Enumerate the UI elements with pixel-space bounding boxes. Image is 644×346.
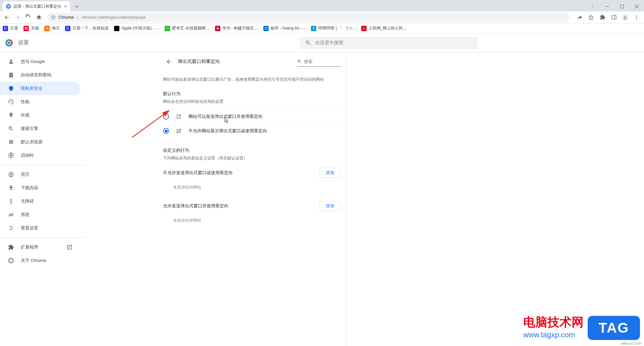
sidebar-icon	[8, 152, 14, 158]
svg-point-7	[625, 16, 626, 17]
panel-search-input[interactable]	[304, 59, 341, 64]
window-close-icon[interactable]	[629, 1, 644, 11]
settings-search-box[interactable]: 在设置中搜索	[300, 37, 478, 49]
sidebar-icon	[8, 225, 14, 231]
sidebar-icon	[8, 139, 14, 145]
bookmark-favicon: 淘	[44, 26, 50, 31]
sidebar-item-label: 性能	[21, 99, 30, 105]
panel-description: 网站可能会发送弹出式窗口以展示广告，或者使用重定向将您引导至您可能不想访问的网站	[163, 76, 341, 83]
sidebar-item[interactable]: 性能	[0, 95, 80, 109]
radio-allow-label: 网站可以发送弹出式窗口并使用重定向	[189, 114, 263, 120]
bookmark-label: 淘宝	[52, 25, 60, 31]
tab-title: 设置 - 弹出式窗口和重定向	[13, 4, 61, 9]
sidebar-item-label: 搜索引擎	[21, 126, 38, 132]
nav-reload-button[interactable]	[23, 13, 33, 22]
sidepanel-icon[interactable]	[608, 13, 619, 22]
sidebar-item[interactable]: 自动填充和密码	[0, 68, 80, 82]
extensions-icon[interactable]	[597, 13, 608, 22]
bookmark-item[interactable]: ❀华为 - 构建万物互…	[215, 25, 258, 31]
tab-close-icon[interactable]: ×	[64, 4, 67, 9]
bookmark-item[interactable]: 百百度	[3, 25, 18, 31]
sidebar-item-label: 关于 Chrome	[21, 258, 46, 264]
sidebar-item[interactable]: 重置设置	[0, 221, 80, 235]
popup-allowed-icon	[176, 114, 182, 120]
sidebar-item[interactable]: 关于 Chrome	[0, 254, 80, 267]
add-blocked-site-button[interactable]: 添加	[319, 168, 341, 178]
sidebar-item-label: 外观	[21, 112, 30, 118]
custom-behavior-sub: 下列网站采用的是自定义设置（而非默认设置）	[163, 155, 341, 161]
bookmark-favicon: 百	[65, 26, 70, 31]
bookmark-item[interactable]: 淘淘宝	[44, 25, 60, 31]
settings-main: 弹出式窗口和重定向 网站可能会发送弹出式窗口以展示广告，或者使用重定向将您引导至…	[86, 52, 644, 346]
browser-toolbar: Chrome | chrome://settings/content/popup…	[0, 11, 644, 23]
add-allowed-site-button[interactable]: 添加	[319, 201, 341, 211]
popups-panel: 弹出式窗口和重定向 网站可能会发送弹出式窗口以展示广告，或者使用重定向将您引导至…	[163, 52, 341, 346]
sidebar-item[interactable]: 系统	[0, 208, 80, 221]
sidebar-item[interactable]: 搜索引擎	[0, 122, 80, 135]
sidebar-item[interactable]: 下载内容	[0, 181, 80, 195]
sidebar-item-label: 语言	[21, 171, 30, 178]
nav-back-button[interactable]	[2, 13, 11, 22]
bookmark-label: 爱奇艺-在线视频网…	[172, 25, 210, 31]
sidebar-item[interactable]: 外观	[0, 109, 80, 122]
radio-selected-icon	[163, 128, 169, 134]
new-tab-button[interactable]: +	[72, 2, 82, 11]
sidebar-icon	[8, 85, 14, 91]
sidebar-icon	[8, 244, 14, 250]
window-minimize-icon[interactable]	[600, 1, 614, 11]
bookmark-item[interactable]: b哔哩哔哩 (゜-゜)つ…	[311, 25, 356, 31]
sidebar-item[interactable]: 默认浏览器	[0, 135, 80, 149]
bookmark-star-icon[interactable]	[586, 13, 596, 22]
search-icon	[305, 40, 311, 46]
bookmark-item[interactable]: 百百度一下，你就知道	[65, 25, 109, 31]
sidebar-icon	[8, 198, 14, 204]
sidebar-item[interactable]: 语言	[0, 168, 80, 181]
bookmark-favicon: iQ	[165, 26, 170, 31]
share-icon[interactable]	[574, 13, 585, 22]
profile-avatar-icon[interactable]	[620, 13, 631, 22]
sidebar-icon	[8, 185, 14, 191]
sidebar-icon	[8, 212, 14, 218]
browser-tab[interactable]: 设置 - 弹出式窗口和重定向 ×	[3, 1, 70, 11]
sidebar-item-label: 默认浏览器	[21, 139, 43, 145]
sidebar-item[interactable]: 您与 Google	[0, 55, 80, 68]
bookmark-item[interactable]: O邮件 - huang bo -…	[263, 25, 306, 31]
popup-blocked-icon	[176, 128, 182, 134]
default-behavior-sub: 网站会在您访问时自动采用此设置	[163, 99, 341, 105]
bookmark-item[interactable]: 猫天猫	[23, 25, 39, 31]
nav-home-button[interactable]	[34, 13, 44, 22]
radio-unselected-icon	[163, 114, 169, 120]
window-maximize-icon[interactable]	[614, 1, 629, 11]
bookmark-label: 天猫	[31, 25, 39, 31]
radio-option-block[interactable]: 不允许网站显示弹出式窗口或使用重定向	[163, 124, 341, 138]
sidebar-item[interactable]: 启动时	[0, 149, 80, 162]
sidebar-item[interactable]: 隐私和安全	[0, 82, 80, 95]
sidebar-icon	[8, 59, 14, 65]
panel-back-button[interactable]	[163, 56, 175, 68]
sidebar-item[interactable]: 扩展程序	[0, 240, 80, 254]
panel-search[interactable]	[297, 57, 341, 67]
radio-option-allow[interactable]: 网站可以发送弹出式窗口并使用重定向	[163, 109, 341, 124]
nav-forward-button[interactable]	[13, 13, 22, 22]
bookmark-item[interactable]: iQ爱奇艺-在线视频网…	[165, 25, 210, 31]
sidebar-item[interactable]: 无障碍	[0, 195, 80, 208]
bookmark-item[interactable]: Apple (中国大陆) - …	[114, 25, 159, 31]
external-link-icon	[66, 244, 72, 250]
bookmark-item[interactable]: 人人民网_网上的人民…	[361, 25, 407, 31]
svg-point-10	[636, 18, 637, 19]
site-info-icon[interactable]	[51, 15, 56, 20]
chrome-logo-icon	[5, 39, 13, 47]
bookmark-label: 华为 - 构建万物互…	[222, 25, 258, 31]
address-bar[interactable]: Chrome | chrome://settings/content/popup…	[47, 13, 570, 22]
custom-behavior-title: 自定义的行为	[163, 147, 341, 153]
window-controls	[585, 1, 644, 11]
svg-rect-0	[605, 6, 609, 7]
settings-sidebar: 您与 Google自动填充和密码隐私和安全性能外观搜索引擎默认浏览器启动时语言下…	[0, 52, 86, 346]
sidebar-item-label: 重置设置	[21, 225, 38, 231]
bookmark-favicon: 百	[3, 26, 8, 31]
allow-list-empty-text: 未添加任何网站	[163, 211, 341, 227]
bookmark-label: 人民网_网上的人民…	[369, 25, 407, 31]
svg-rect-4	[53, 16, 53, 16]
window-dropdown-icon[interactable]	[585, 1, 600, 11]
menu-icon[interactable]	[631, 13, 642, 22]
